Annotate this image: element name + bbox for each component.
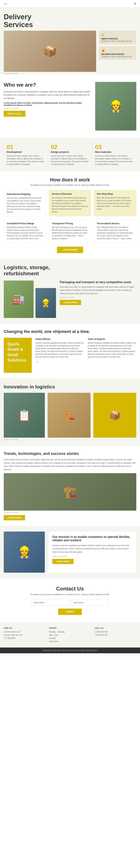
pricing-title: 2$COMPETITIVE PRICING [101,53,134,55]
innovation-image-1: 🏗️ [47,393,91,438]
step-1: 01 Development Ut enim ad minim veniam, … [4,142,48,167]
how-card-6: Personalized Service We understand that … [94,219,136,243]
copyright-text: Copyright (c) All rights reserved. Click… [4,649,136,651]
mission-section: 👷 Our mission is to enable customers to … [0,526,140,578]
step-1-text: Ut enim ad minim veniam, quis nostrud ex… [6,154,45,166]
mission-image: 👷 [4,531,45,573]
hero-card-pricing: 💰 2$COMPETITIVE PRICING Sample text. Cli… [99,46,136,60]
quick-line-4: Solutions [7,358,28,363]
how-card-1-text: Get access to worldwide products that ar… [7,196,43,213]
how-grid: International Shipping Get access to wor… [4,190,136,243]
hero-image-credit: Image from Freepik [4,72,136,74]
step-2-num: 02 [51,144,89,151]
pricing-icon: 💰 [101,49,134,53]
trends-learn-more-button[interactable]: LEARN MORE [4,515,25,520]
team-col: Team of Experts Amiute occaecat cupidata… [88,338,136,358]
how-card-4-text: Our platform features millions of tech, … [7,226,43,240]
award-arrow: → [35,360,84,364]
hero-image: 📦 [4,31,96,72]
first-name-input[interactable] [32,599,69,606]
how-card-2-title: Access & Discover [52,193,89,195]
mission-text: Amiute occaecat cupidatat exercitation u… [52,544,133,554]
footer-address-2: Avenue, New York, NY [4,633,45,637]
changing-section: Changing the world, one shipment at a ti… [0,323,140,378]
site-header: logo ≡ [0,0,140,7]
logistics-images: 🏭 👷 [4,281,56,318]
team-text: Amiute occaecat cupidatat exercitation u… [88,342,136,358]
logistics-image-1: 🏭 [4,281,34,318]
logistics-section: Logistics, storage, refurbishment 🏭 👷 Pa… [0,259,140,323]
footer-phone: 777-555-0000 [4,637,45,640]
how-card-6-title: Personalized Service [97,222,133,225]
footer-hours-1: Monday - Saturday [49,630,91,633]
award-title: Award Winner [35,338,84,340]
logo: logo [4,3,8,5]
logistics-sub-title: Packaging and transport at very competit… [60,281,136,284]
footer-hours-title: HOURS [49,627,91,629]
innovation-section: Innovation in logistics 📋 🏗️ 📦 Image fro… [0,378,140,446]
innovation-title: Innovation in logistics [4,384,136,390]
quick-arrow: → [7,365,28,369]
award-text: Amiute occaecat cupidatat exercitation u… [35,342,84,358]
footer-address-1: 123 Brick Street, 23 [4,630,45,633]
hero-card-process: ⚙ SIMPLE PROCESS Sample text. Click to s… [99,31,136,44]
how-card-3-text: We're the only platform in the world tha… [97,196,134,210]
logistics-text-area: Packaging and transport at very competit… [60,281,136,318]
who-lorem: Lorem ipsum dolor sit amet, consectetur … [4,102,92,106]
trends-section: Trends, technologies, and success storie… [0,446,140,526]
logistics-content: 🏭 👷 Packaging and transport at very comp… [4,281,136,318]
how-card-5-title: Transparent Pricing [52,222,88,225]
how-card-3: One Stop Shop We're the only platform in… [94,190,136,216]
footer-info: FIND US 123 Brick Street, 23 Avenue, New… [0,622,140,648]
changing-content: Quick, Smart & Great Solutions → Award W… [4,338,136,373]
book-call-button[interactable]: BOOK A CALL [4,111,25,117]
how-card-2: Access & Discover Get access to worldwid… [49,190,91,216]
how-title: How does it work [4,177,136,183]
hero-title: Delivery Services [4,13,52,29]
who-text: Who we are? Duis aute irure dolor in rep… [4,82,92,130]
last-name-input[interactable] [71,599,108,606]
logistics-image-credit: Image from Freepik [60,297,136,298]
footer-call-2: 1 (246) 555 897 [95,633,136,637]
contact-subtitle: Excepteur sint occaecat cupidatat non pr… [4,593,136,595]
innovation-content: 📋 🏗️ 📦 [4,393,136,438]
quick-line-1: Quick, [7,342,28,347]
mission-learn-more-button[interactable]: LEARN MORE [52,559,74,564]
process-title: SIMPLE PROCESS [101,38,134,40]
step-3-num: 03 [95,144,134,151]
footer-call-1: 1 (246) 567 891 [95,630,136,633]
contact-section: Contact Us Excepteur sint occaecat cupid… [0,578,140,622]
trends-image-credit: Image from Freepik [4,512,136,514]
who-image-credit: Image from Freepik [4,107,92,109]
trends-text: Lorem ipsum dolor sit amet, consectetur … [4,458,136,471]
how-card-5-text: We value transparency as much as you do.… [52,226,88,240]
how-section: How does it work Excepteur sint occaecat… [0,171,140,259]
pricing-text: Sample text. Click to start editing this… [101,56,134,58]
mission-text-box: Our mission is to enable customers to op… [48,531,136,573]
footer-hours-2: 8am - 7pm [49,633,91,637]
trends-image: 🏗️ [4,473,136,510]
step-1-title: Development [6,151,45,153]
who-title: Who we are? [4,82,92,88]
step-3-title: New materials [95,151,134,153]
process-text: Sample text. Click to start editing this… [101,40,134,42]
footer-call-us: CALL US 1 (246) 567 891 1 (246) 555 897 [95,627,136,643]
how-card-1-title: International Shipping [7,193,43,195]
logistics-image-2: 👷 [35,288,56,318]
logistics-learn-more-button[interactable]: LEARN MORE [60,300,81,305]
mission-title: Our mission is to enable customers to op… [52,535,133,542]
step-3: 03 New materials Ut enim ad minim veniam… [92,142,136,167]
hamburger-icon[interactable]: ≡ [134,1,136,6]
contact-title: Contact Us [4,586,136,592]
innovation-image-large: 📋 [4,393,45,438]
how-card-2-text: Get access to worldwide products that ar… [52,196,89,213]
submit-button[interactable]: SUBMIT [58,609,82,615]
logistics-title: Logistics, storage, refurbishment [4,264,60,277]
footer-hours-3: Sunday: [49,637,91,640]
how-subtitle: Excepteur sint occaecat cupidatat non pr… [4,184,136,186]
step-3-text: Ut enim ad minim veniam, quis nostrud ex… [95,154,134,166]
who-para1: Duis aute irure dolor in reprehenderit i… [4,90,92,100]
how-card-4-title: Unrivalled Product Range [7,222,43,225]
hero-section: Delivery Services 📦 ⚙ SIMPLE PROCESS Sam… [0,7,140,74]
how-learn-more-button[interactable]: LEARN MORE [57,247,83,253]
